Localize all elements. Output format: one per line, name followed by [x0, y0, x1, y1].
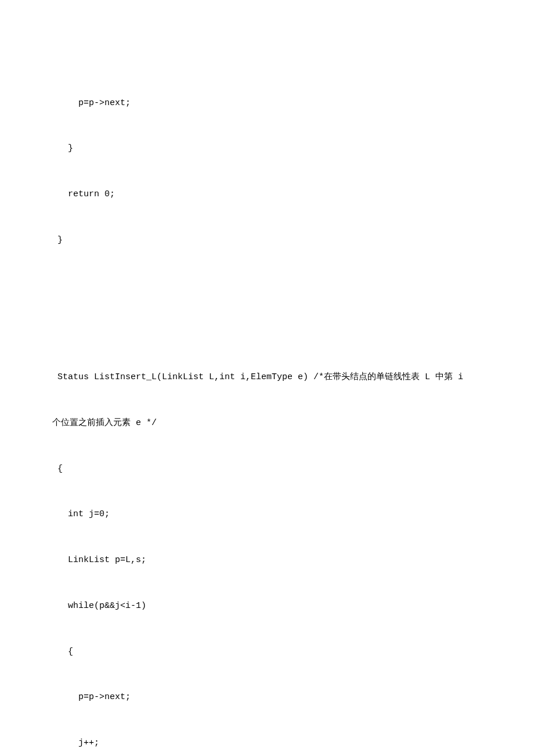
document-page: p=p->next; } return 0; } Status ListInse… — [0, 0, 534, 756]
code-line: while(p&&j<i-1) — [52, 599, 482, 614]
code-line: p=p->next; — [52, 690, 482, 705]
code-line: j++; — [52, 736, 482, 751]
code-line: Status ListInsert_L(LinkList L,int i,Ele… — [52, 370, 482, 385]
code-line: return 0; — [52, 187, 482, 202]
code-line: { — [52, 462, 482, 477]
code-line: 个位置之前插入元素 e */ — [52, 416, 482, 431]
code-line: p=p->next; — [52, 96, 482, 111]
code-line: { — [52, 645, 482, 660]
code-line: } — [52, 141, 482, 156]
code-line: int j=0; — [52, 507, 482, 522]
code-line: } — [52, 233, 482, 248]
code-line: LinkList p=L,s; — [52, 553, 482, 568]
